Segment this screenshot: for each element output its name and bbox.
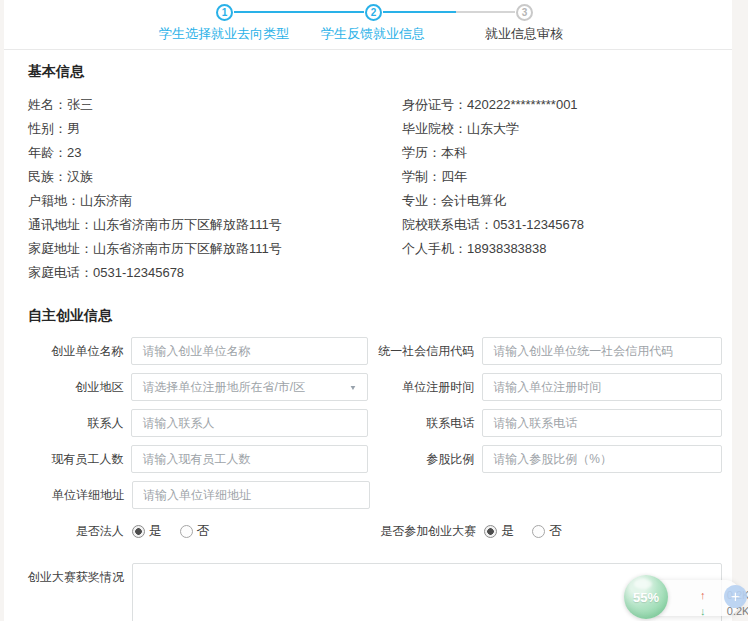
share-ratio-input[interactable]	[482, 445, 722, 473]
speed-monitor-widget: ↑ 0.2K/s ↓ 0.2K/s 55% +	[620, 574, 748, 621]
info-age: 年龄：23	[28, 141, 402, 165]
info-schooling-length: 学制：四年	[402, 165, 722, 189]
region-select-placeholder: 请选择单位注册地所在省/市/区	[142, 379, 305, 396]
company-address-label: 单位详细地址	[28, 487, 124, 504]
contact-phone-input[interactable]	[482, 409, 722, 437]
stepper-connector-2-3-done	[383, 11, 456, 13]
competition-award-label: 创业大赛获奖情况	[28, 563, 124, 586]
step-3-label: 就业信息审核	[424, 25, 624, 43]
region-label: 创业地区	[28, 379, 123, 396]
info-home-address: 家庭地址：山东省济南市历下区解放路111号	[28, 237, 402, 261]
info-college: 毕业院校：山东大学	[402, 117, 722, 141]
contact-person-input[interactable]	[131, 409, 368, 437]
basic-info-right-column: 身份证号：420222*********001 毕业院校：山东大学 学历：本科 …	[402, 93, 722, 285]
form-row-radios: 是否法人 是 否 是否参加创业大赛	[28, 521, 722, 541]
contact-person-label: 联系人	[28, 415, 123, 432]
form-row-5: 单位详细地址	[28, 481, 722, 509]
contact-phone-label: 联系电话	[368, 415, 474, 432]
share-ratio-label: 参股比例	[368, 451, 474, 468]
form-card: 1 学生选择就业去向类型 2 学生反馈就业信息 3 就业信息审核 基本信息 姓名…	[4, 0, 732, 621]
startup-info-form: 创业单位名称 统一社会信用代码 创业地区 请选择单位注册地所在省/市/区 ▼ 单…	[28, 337, 722, 621]
join-competition-no-radio[interactable]	[532, 525, 545, 538]
stepper: 1 学生选择就业去向类型 2 学生反馈就业信息 3 就业信息审核	[4, 0, 732, 50]
info-major: 专业：会计电算化	[402, 189, 722, 213]
chevron-down-icon: ▼	[349, 383, 357, 391]
upload-arrow-icon: ↑	[700, 589, 712, 601]
legal-person-yes-option[interactable]: 是	[132, 522, 162, 540]
step-1-circle: 1	[216, 4, 233, 21]
join-competition-no-option[interactable]: 否	[532, 522, 562, 540]
join-competition-radio-group: 是 否	[484, 522, 722, 540]
employee-count-input[interactable]	[131, 445, 368, 473]
info-household-registration: 户籍地：山东济南	[28, 189, 402, 213]
progress-orb[interactable]: 55%	[624, 575, 668, 619]
stepper-connector-1-2	[234, 11, 364, 13]
basic-info-left-column: 姓名：张三 性别：男 年龄：23 民族：汉族 户籍地：山东济南 通讯地址：山东省…	[28, 93, 402, 285]
progress-percent: 55%	[633, 590, 659, 605]
step-2-circle: 2	[365, 4, 382, 21]
form-row-3: 联系人 联系电话	[28, 409, 722, 437]
register-time-label: 单位注册时间	[368, 379, 474, 396]
startup-info-title: 自主创业信息	[28, 307, 722, 325]
legal-person-label: 是否法人	[28, 523, 124, 540]
form-content: 基本信息 姓名：张三 性别：男 年龄：23 民族：汉族 户籍地：山东济南 通讯地…	[4, 50, 732, 621]
register-time-input[interactable]	[482, 373, 722, 401]
info-degree: 学历：本科	[402, 141, 722, 165]
form-row-4: 现有员工人数 参股比例	[28, 445, 722, 473]
legal-person-yes-radio[interactable]	[132, 525, 145, 538]
company-address-input[interactable]	[132, 481, 370, 509]
credit-code-input[interactable]	[482, 337, 722, 365]
page: 1 学生选择就业去向类型 2 学生反馈就业信息 3 就业信息审核 基本信息 姓名…	[0, 0, 748, 621]
legal-person-radio-group: 是 否	[132, 522, 370, 540]
credit-code-label: 统一社会信用代码	[368, 343, 474, 360]
employee-count-label: 现有员工人数	[28, 451, 123, 468]
form-row-2: 创业地区 请选择单位注册地所在省/市/区 ▼ 单位注册时间	[28, 373, 722, 401]
info-name: 姓名：张三	[28, 93, 402, 117]
join-competition-yes-option[interactable]: 是	[484, 522, 514, 540]
info-id-number: 身份证号：420222*********001	[402, 93, 722, 117]
expand-plus-button[interactable]: +	[724, 585, 747, 608]
region-select[interactable]: 请选择单位注册地所在省/市/区 ▼	[131, 373, 368, 401]
basic-info-title: 基本信息	[28, 63, 722, 81]
info-mailing-address: 通讯地址：山东省济南市历下区解放路111号	[28, 213, 402, 237]
join-competition-yes-radio[interactable]	[484, 525, 497, 538]
info-college-phone: 院校联系电话：0531-12345678	[402, 213, 722, 237]
info-gender: 性别：男	[28, 117, 402, 141]
company-name-label: 创业单位名称	[28, 343, 123, 360]
step-3-circle: 3	[516, 4, 533, 21]
basic-info-section: 姓名：张三 性别：男 年龄：23 民族：汉族 户籍地：山东济南 通讯地址：山东省…	[28, 93, 722, 285]
info-home-phone: 家庭电话：0531-12345678	[28, 261, 402, 285]
legal-person-no-radio[interactable]	[180, 525, 193, 538]
legal-person-no-option[interactable]: 否	[180, 522, 210, 540]
company-name-input[interactable]	[131, 337, 368, 365]
info-mobile-phone: 个人手机：18938383838	[402, 237, 722, 261]
stepper-connector-2-3-pending	[456, 11, 515, 13]
info-ethnicity: 民族：汉族	[28, 165, 402, 189]
form-row-textarea: 创业大赛获奖情况	[28, 563, 722, 621]
download-arrow-icon: ↓	[700, 605, 712, 617]
form-row-1: 创业单位名称 统一社会信用代码	[28, 337, 722, 365]
join-competition-label: 是否参加创业大赛	[370, 523, 477, 540]
